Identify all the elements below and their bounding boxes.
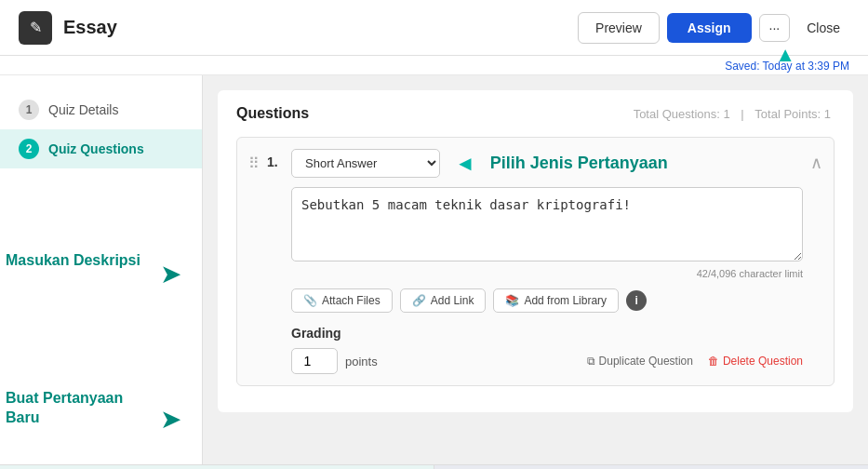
sidebar-item-quiz-questions[interactable]: 2 Quiz Questions [0,129,202,168]
questions-title: Questions [236,105,309,122]
add-link-button[interactable]: 🔗 Add Link [400,288,487,313]
library-icon: 📚 [505,294,519,307]
sidebar-label-1: Quiz Details [48,102,118,117]
question-type-select[interactable]: Short Answer Essay Multiple Choice [291,149,440,178]
grading-label: Grading [291,326,803,341]
header-left: ✎ Essay [19,11,117,45]
main-layout: 1 Quiz Details 2 Quiz Questions Question… [0,75,868,464]
collapse-button[interactable]: ∧ [810,149,822,173]
question-number: 1. [267,149,284,169]
points-input[interactable] [291,348,338,374]
total-questions: Total Questions: 1 [634,107,730,121]
question-body: Short Answer Essay Multiple Choice ◄ Pil… [291,149,803,374]
content-area: Questions Total Questions: 1 | Total Poi… [203,75,868,464]
attach-files-label: Attach Files [322,294,381,307]
paperclip-icon: 📎 [303,294,317,307]
delete-label: Delete Question [723,355,803,368]
question-textarea[interactable] [291,187,803,261]
header: ✎ Essay Preview Assign ··· Close [0,0,868,56]
grading-left: points [291,348,378,374]
question-actions: 📎 Attach Files 🔗 Add Link 📚 Add from Lib… [291,288,803,313]
page-title: Essay [63,17,117,38]
sidebar-num-2: 2 [19,139,39,159]
link-icon: 🔗 [412,294,426,307]
points-label: points [345,355,378,368]
meta-separator: | [741,107,743,121]
type-annotation-text: Pilih Jenis Pertanyaan [490,154,668,173]
question-type-row: Short Answer Essay Multiple Choice ◄ Pil… [291,149,803,178]
saved-arrow-icon: ▲ [775,43,795,67]
questions-panel: Questions Total Questions: 1 | Total Poi… [218,90,853,412]
preview-button[interactable]: Preview [578,12,660,44]
total-points: Total Points: 1 [754,107,831,121]
delete-question-button[interactable]: 🗑 Delete Question [708,355,803,368]
header-right: Preview Assign ··· Close [578,12,849,44]
sidebar-label-2: Quiz Questions [48,141,144,156]
grading-controls: points ⧉ Duplicate Question 🗑 [291,348,803,374]
essay-icon: ✎ [19,11,52,45]
duplicate-icon: ⧉ [587,355,595,368]
attach-files-button[interactable]: 📎 Attach Files [291,288,393,313]
sidebar: 1 Quiz Details 2 Quiz Questions [0,75,203,464]
sidebar-num-1: 1 [19,100,39,120]
sidebar-item-quiz-details[interactable]: 1 Quiz Details [0,90,202,129]
questions-meta: Total Questions: 1 | Total Points: 1 [630,107,835,121]
question-row: ⠿ 1. Short Answer Essay Multiple Choice … [236,137,835,386]
saved-bar: ▲ Saved: Today at 3:39 PM [0,56,868,75]
more-button[interactable]: ··· [759,14,791,42]
duplicate-label: Duplicate Question [599,355,693,368]
char-limit: 42/4,096 character limit [291,268,803,279]
add-library-button[interactable]: 📚 Add from Library [493,288,619,313]
drag-handle-icon[interactable]: ⠿ [248,149,260,172]
trash-icon: 🗑 [708,355,719,368]
add-link-label: Add Link [431,294,474,307]
add-library-label: Add from Library [524,294,607,307]
bottom-bar: Add New Question Add from question bank [0,464,868,469]
type-annotation-arrow: ◄ [455,152,475,176]
questions-header: Questions Total Questions: 1 | Total Poi… [236,105,835,122]
close-button[interactable]: Close [797,15,849,41]
info-button[interactable]: i [626,290,647,311]
add-new-question-button[interactable]: Add New Question [0,465,434,469]
assign-button[interactable]: Assign [667,13,752,43]
grading-right: ⧉ Duplicate Question 🗑 Delete Question [587,355,803,368]
duplicate-question-button[interactable]: ⧉ Duplicate Question [587,355,693,368]
add-from-bank-button[interactable]: Add from question bank [434,465,868,469]
grading-section: Grading points ⧉ Duplicate Question [291,326,803,374]
